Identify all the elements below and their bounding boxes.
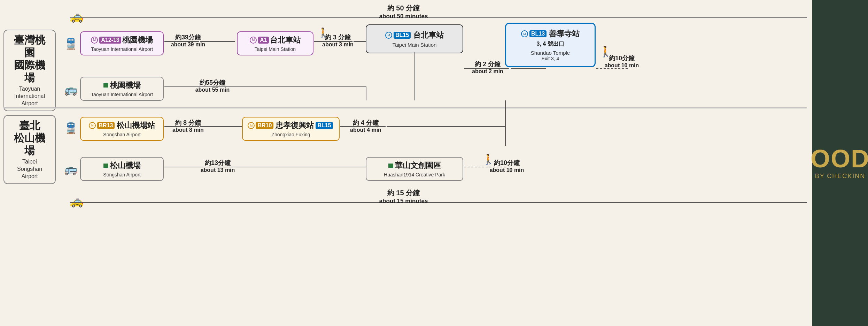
taoyuan-bus-box: 桃園機場 Taoyuan International Airport [80,77,164,101]
metro-logo-shandao: M [521,30,528,37]
bus-icon-taoyuan: 🚌 [64,84,77,96]
metro-logo-taipei-main: M [250,37,257,44]
songshan-line-badge: BR13 [97,122,115,129]
taipei-main-center-box: M BL15 台北車站 Taipei Main Station [366,24,463,53]
time-10-bottom-label: 約10分鐘 about 10 min [484,159,529,173]
train-icon-songshan-mrt: 🚆 [64,122,77,134]
huashan-en: Huashan1914 Creative Park [371,172,458,177]
line-bus-to-center [262,86,366,87]
huashan-cn: 華山文創園區 [395,160,441,171]
train-icon-taoyuan-mrt: 🚆 [64,38,77,50]
flag-huashan [388,164,393,168]
taoyuan-mrt-en: Taoyuan International Airport [85,46,159,52]
taipei-main-line-badge: A1 [258,37,269,44]
songshan-airport-mrt-box: M BR13 松山機場站 Songshan Airport [80,117,164,141]
time-55-label: 約55分鐘 about 55 min [185,78,240,93]
taoyuan-airport-mrt-box: M A12-13 桃園機場 Taoyuan International Airp… [80,31,164,55]
line-time-to-taipei [200,41,235,42]
vertical-line-center-bottom [414,86,415,100]
zhongxiao-line-badge1: BR10 [256,122,273,129]
time-2-label: 約 2 分鐘 about 2 min [465,60,510,75]
songshan-origin-box: 臺北 松山機場 Taipei Songshan Airport [3,115,56,184]
zhongxiao-en: Zhongxiao Fuxing [247,132,335,137]
taoyuan-bus-en: Taoyuan International Airport [85,92,159,97]
line-time4-to-shandao [387,126,505,127]
time-4-label: 約 4 分鐘 about 4 min [343,119,388,133]
taoyuan-mrt-cn: 桃園機場 [122,35,153,45]
bottom-taxi-time: 約 15 分鐘 about 15 minutes [0,188,807,205]
main-container: { "logo": { "ood": "OOD", "by": "by CHEC… [0,0,868,326]
time-10-top-label: 約10分鐘 about 10 min [599,54,644,69]
time-13-label: 約13分鐘 about 13 min [190,159,246,173]
line-time2-to-shandao [511,68,546,69]
taoyuan-origin-box: 臺灣桃園 國際機場 Taoyuan International Airport [3,30,56,111]
center-station-en: Taipei Main Station [372,42,457,48]
vertical-shandao-connector [505,100,506,146]
vert-top-left-center [366,41,366,52]
songshan-bus-box: 松山機場 Songshan Airport [80,157,164,181]
metro-logo-taoyuan: M [91,37,98,44]
line-time8-to-zhongxiao [200,126,242,127]
shandao-exit-en: Exit 3, 4 [512,56,589,61]
content-area: 🚕 約 50 分鐘 about 50 minutes 臺灣桃園 國際機場 Tao… [0,0,868,326]
shandao-exit: 3, 4 號出口 [512,40,589,48]
taipei-main-cn: 台北車站 [270,35,301,45]
shandao-line-badge: BL13 [529,30,547,37]
metro-logo-center: M [385,32,392,39]
section-divider [3,107,807,108]
time-3-label: 約 3 分鐘 about 3 min [317,33,359,48]
metro-logo-zhongxiao1: M [248,122,255,129]
songshan-bus-en: Songshan Airport [85,172,159,177]
flag-songshan-bus [103,164,108,168]
songshan-mrt-en: Songshan Airport [85,132,159,137]
zhongxiao-cn: 忠孝復興站 [276,120,314,131]
center-line-badge: BL15 [394,32,411,39]
center-station-cn: 台北車站 [413,30,444,40]
shandao-en: Shandao Temple [512,50,589,56]
metro-logo-songshan: M [89,122,96,129]
vertical-line-center [414,52,415,87]
taipei-main-en: Taipei Main Station [242,46,309,52]
huashan-box: 華山文創園區 Huashan1914 Creative Park [366,157,463,181]
songshan-mrt-cn: 松山機場站 [117,120,155,131]
shandao-cn: 善導寺站 [549,29,580,39]
vert-connector-bus-row [366,86,366,100]
songshan-bus-cn: 松山機場 [110,160,141,171]
zhongxiao-line-badge2: BL15 [316,122,333,129]
top-taxi-time: 約 50 分鐘 about 50 minutes [0,3,807,20]
time-8-label: 約 8 分鐘 about 8 min [165,119,211,133]
flag-taoyuan-bus [103,83,108,88]
taoyuan-line-badge: A12-13 [99,37,121,44]
zhongxiao-fuxing-box: M BR10 忠孝復興站 BL15 Zhongxiao Fuxing [242,117,340,141]
bus-icon-songshan: 🚌 [64,163,77,175]
taipei-main-mrt-box: M A1 台北車站 Taipei Main Station [237,31,313,55]
time-39-label: 約39分鐘 about 39 min [165,33,211,48]
shandao-temple-box: M BL13 善導寺站 3, 4 號出口 Shandao Temple Exit… [505,23,596,67]
taoyuan-bus-cn: 桃園機場 [110,80,141,91]
